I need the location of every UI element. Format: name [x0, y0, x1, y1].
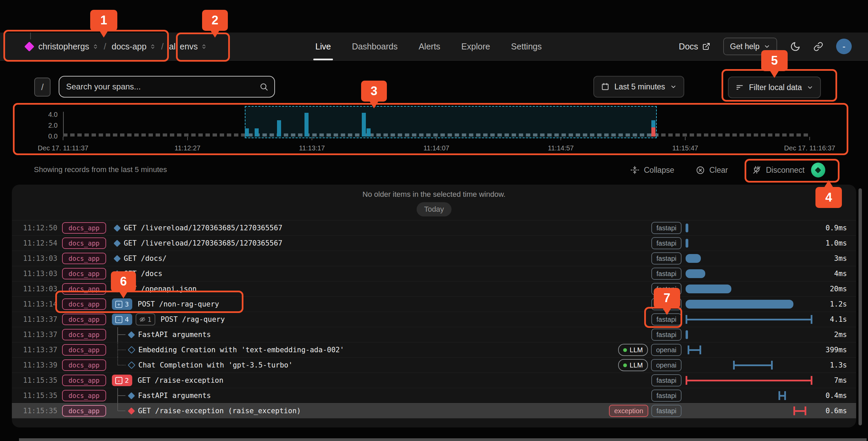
fastapi-tag[interactable]: fastapi [651, 405, 682, 417]
span-name: GET /livereload/1270363685/1270365567 [124, 239, 282, 247]
baseline-dash-mark [327, 133, 331, 136]
fastapi-tag[interactable]: fastapi [651, 252, 682, 265]
children-count-badge[interactable]: -2 [112, 375, 132, 386]
today-button[interactable]: Today [417, 202, 452, 216]
x-axis-tick [63, 137, 63, 140]
table-row[interactable]: 11:13:39docs_appChat Completion with 'gp… [12, 357, 856, 373]
fastapi-tag[interactable]: fastapi [651, 298, 682, 310]
row-app-tag-cell: docs_app [62, 359, 112, 371]
duration-bar-area [686, 403, 814, 418]
timeline-chart[interactable]: 4.02.00.0Dec 17. 11:11:3711:12:2711:13:1… [0, 102, 868, 157]
fastapi-tag[interactable]: fastapi [651, 268, 682, 280]
app-tag[interactable]: docs_app [62, 314, 106, 325]
tab-settings[interactable]: Settings [511, 33, 541, 60]
tab-live[interactable]: Live [315, 33, 331, 60]
row-duration: 1.2s [814, 300, 847, 308]
app-tag[interactable]: docs_app [62, 405, 106, 417]
row-duration: 3ms [814, 254, 847, 262]
baseline-dash-mark [220, 133, 224, 136]
app-tag[interactable]: docs_app [62, 237, 106, 249]
baseline-dash-mark [725, 133, 730, 136]
app-tag[interactable]: docs_app [62, 359, 106, 371]
vertical-scrollbar[interactable] [859, 188, 862, 425]
table-row[interactable]: 11:15:35docs_app-2GET /raise-exceptionfa… [12, 373, 856, 388]
tab-alerts[interactable]: Alerts [419, 33, 440, 60]
row-duration: 2ms [814, 331, 847, 339]
llm-tag[interactable]: LLM [618, 359, 648, 371]
clear-button[interactable]: Clear [696, 159, 728, 181]
fastapi-tag[interactable]: fastapi [651, 222, 682, 234]
org-selector[interactable]: christophergs [38, 42, 98, 51]
fastapi-tag[interactable]: fastapi [651, 390, 682, 402]
app-tag[interactable]: docs_app [62, 390, 106, 401]
children-count-badge[interactable]: -4 [112, 314, 132, 325]
horizontal-scrollbar[interactable] [19, 438, 867, 441]
hidden-spans-badge[interactable]: 1 [136, 313, 155, 326]
collapse-button[interactable]: Collapse [630, 159, 674, 181]
openai-tag[interactable]: openai [651, 344, 682, 356]
table-row[interactable]: 11:13:37docs_app-41POST /rag-queryfastap… [12, 312, 856, 327]
docs-link[interactable]: Docs [679, 42, 710, 51]
table-row[interactable]: 11:15:35docs_appFastAPI argumentsfastapi… [12, 388, 856, 403]
tab-dashboards[interactable]: Dashboards [352, 33, 398, 60]
connection-status-badge [811, 163, 825, 177]
row-span-cell: GET /docs [112, 266, 620, 281]
table-row[interactable]: 11:13:37docs_appEmbedding Creation with … [12, 342, 856, 357]
project-selector[interactable]: docs-app [112, 42, 156, 51]
search-input[interactable] [59, 82, 259, 91]
app-tag[interactable]: docs_app [62, 375, 106, 386]
baseline-dash-mark [739, 133, 744, 136]
table-row[interactable]: 11:13:03docs_appGET /docsfastapi4ms [12, 266, 856, 281]
row-app-tag-cell: docs_app [62, 268, 112, 279]
app-tag[interactable]: docs_app [62, 329, 106, 340]
fastapi-tag[interactable]: fastapi [651, 374, 682, 386]
baseline-dash-mark [789, 133, 794, 136]
baseline-dash-mark [170, 133, 174, 136]
children-count: 2 [125, 376, 129, 384]
search-box [59, 76, 275, 98]
fastapi-tag[interactable]: fastapi [651, 313, 682, 326]
fastapi-tag[interactable]: fastapi [651, 283, 682, 295]
table-row[interactable]: 11:12:54docs_appGET /livereload/12703636… [12, 235, 856, 251]
row-span-cell: FastAPI arguments [112, 327, 620, 342]
row-duration: 1.3s [814, 361, 847, 369]
time-range-button[interactable]: Last 5 minutes [593, 76, 684, 98]
table-row[interactable]: 11:13:14docs_app+3POST /non-rag-queryfas… [12, 296, 856, 312]
baseline-dash-mark [248, 133, 253, 136]
table-row[interactable]: 11:13:37docs_appFastAPI argumentsfastapi… [12, 327, 856, 342]
app-tag[interactable]: docs_app [62, 344, 106, 356]
children-count-badge[interactable]: +3 [112, 298, 132, 310]
env-selector[interactable]: all envs [169, 42, 207, 51]
theme-toggle-moon-icon[interactable] [790, 41, 801, 52]
table-row[interactable]: 11:13:03docs_appGET /docs/fastapi3ms [12, 251, 856, 266]
duration-bar [686, 300, 793, 309]
baseline-dash-mark [262, 133, 267, 136]
bar-end-cap [811, 315, 812, 324]
llm-tag[interactable]: LLM [618, 344, 648, 356]
table-row[interactable]: 11:13:03docs_appGET /openapi.jsonfastapi… [12, 281, 856, 296]
duration-bar [686, 239, 688, 248]
exception-tag[interactable]: exception [609, 405, 648, 417]
row-duration: 1.0ms [814, 239, 847, 247]
app-tag[interactable]: docs_app [62, 222, 106, 234]
app-tag[interactable]: docs_app [62, 298, 106, 310]
baseline-dash-mark [782, 133, 787, 136]
app-tag[interactable]: docs_app [62, 253, 106, 264]
duration-bar-area [686, 373, 814, 388]
app-tag[interactable]: docs_app [62, 283, 106, 295]
app-tag[interactable]: docs_app [62, 268, 106, 279]
fastapi-tag[interactable]: fastapi [651, 237, 682, 249]
row-app-tag-cell: docs_app [62, 375, 112, 386]
filter-local-data-button[interactable]: Filter local data [728, 77, 821, 98]
copy-link-icon[interactable] [813, 42, 823, 51]
get-help-button[interactable]: Get help [723, 38, 777, 55]
fastapi-tag[interactable]: fastapi [651, 329, 682, 341]
table-row[interactable]: 11:15:35docs_appGET /raise-exception (ra… [12, 403, 856, 418]
openai-tag[interactable]: openai [651, 359, 682, 371]
disconnect-button[interactable]: Disconnect [752, 159, 825, 181]
row-tags: exceptionfastapi [620, 405, 682, 417]
tab-explore[interactable]: Explore [461, 33, 490, 60]
table-row[interactable]: 11:12:50docs_appGET /livereload/12703636… [12, 220, 856, 235]
avatar[interactable]: - [836, 39, 852, 54]
baseline-dash-mark [483, 133, 488, 136]
